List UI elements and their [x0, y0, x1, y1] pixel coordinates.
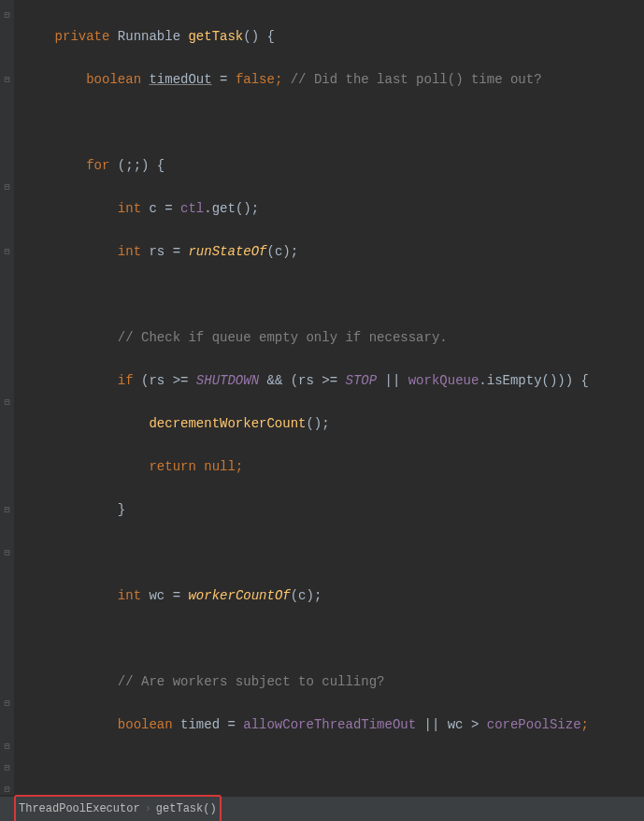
breadcrumb-bar[interactable]: ThreadPoolExecutor › getTask() — [0, 797, 644, 821]
fold-icon[interactable]: ⊟ — [0, 5, 14, 26]
editor-gutter: ⊟ ⊟ ⊟ ⊟ ⊟ ⊟ ⊟ ⊟ ⊟ ⊟ ⊟ — [0, 0, 14, 795]
method-workercountof: workerCountOf — [188, 588, 290, 603]
field-workqueue: workQueue — [408, 373, 479, 388]
breadcrumb-class[interactable]: ThreadPoolExecutor — [19, 799, 140, 820]
fold-end-icon[interactable]: ⊟ — [0, 499, 14, 521]
highlight-box-breadcrumb: ThreadPoolExecutor › getTask() — [14, 795, 222, 822]
const-shutdown: SHUTDOWN — [196, 373, 259, 388]
fold-icon[interactable]: ⊟ — [0, 693, 14, 714]
type-runnable: Runnable — [118, 29, 180, 44]
comment: // Did the last poll() time out? — [282, 72, 541, 87]
fold-icon[interactable]: ⊟ — [0, 177, 14, 198]
fold-icon[interactable]: ⊟ — [0, 542, 14, 564]
fold-icon[interactable]: ⊟ — [0, 69, 14, 91]
fold-end-icon[interactable]: ⊟ — [0, 757, 14, 779]
var-timedout: timedOut — [149, 72, 211, 87]
comment: // Check if queue empty only if necessar… — [118, 330, 448, 345]
const-stop: STOP — [346, 373, 378, 388]
code-content[interactable]: private Runnable getTask() { boolean tim… — [14, 0, 644, 795]
fold-icon[interactable]: ⊟ — [0, 392, 14, 413]
code-editor[interactable]: ⊟ ⊟ ⊟ ⊟ ⊟ ⊟ ⊟ ⊟ ⊟ ⊟ ⊟ — [0, 0, 644, 795]
field-ctl: ctl — [180, 201, 204, 216]
fold-end-icon[interactable]: ⊟ — [0, 241, 14, 263]
field-allowcore: allowCoreThreadTimeOut — [243, 717, 416, 732]
method-gettask: getTask — [188, 29, 243, 44]
fold-end-icon[interactable]: ⊟ — [0, 736, 14, 757]
breadcrumb-separator-icon: › — [145, 799, 151, 820]
method-decrement: decrementWorkerCount — [149, 416, 306, 431]
breadcrumb-method[interactable]: getTask() — [156, 799, 217, 820]
comment: // Are workers subject to culling? — [118, 674, 385, 689]
keyword-private: private — [55, 29, 110, 44]
field-corepoolsize: corePoolSize — [487, 717, 581, 732]
method-runstateof: runStateOf — [188, 244, 266, 259]
